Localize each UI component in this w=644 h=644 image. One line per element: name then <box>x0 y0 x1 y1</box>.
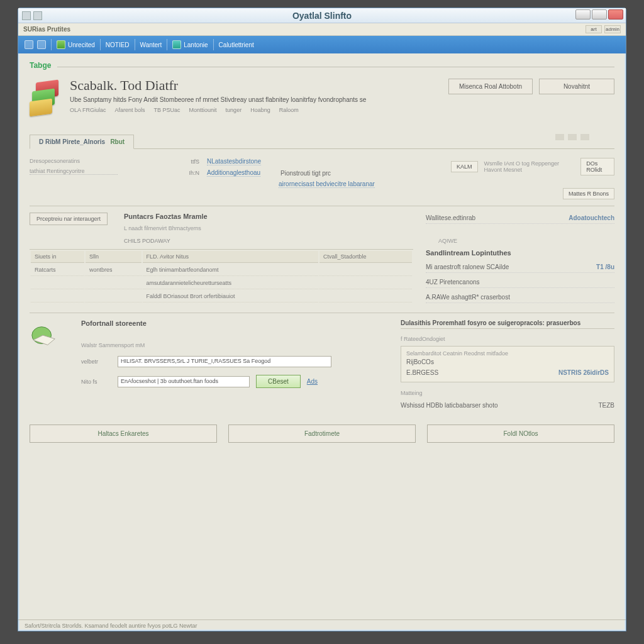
framed-box: Selambarditot Ceatnin Reodnst mitfadoe R… <box>401 346 614 382</box>
summary-title: Sandlintream Lopintuthes <box>426 249 614 257</box>
window-controls <box>575 9 623 19</box>
badge-2: DOs ROlidt <box>580 158 614 175</box>
lower-title: Pofortnall storeente <box>81 319 387 327</box>
note-1: Dresopecsoneratins <box>30 158 130 164</box>
right-panel-title: Dulasithis Proremhatl fosyro oe suigerop… <box>401 319 614 329</box>
field-2-value[interactable]: Additionaglesthoau <box>207 169 260 177</box>
input-b[interactable]: EnAfocseshot | 3b oututhoet.ftan foods <box>118 376 250 387</box>
app-tag-1[interactable]: art <box>586 25 602 33</box>
close-button[interactable] <box>608 9 623 19</box>
footer-btn-3[interactable]: Foldl NOtlos <box>427 425 614 443</box>
books-icon <box>30 81 62 114</box>
page-meta: OLA FRGiulacAfarent bolsTB PSUac Monttio… <box>70 107 366 113</box>
database-icon <box>172 40 181 49</box>
refresh-icon[interactable] <box>37 40 46 49</box>
page-title: Scabalk. Tod Diatfr <box>70 77 366 94</box>
maximize-button[interactable] <box>592 9 607 19</box>
footer-actions: Haltacs Enkaretes Fadtrotimete Foldl NOt… <box>30 425 614 443</box>
app-window: Oyatlal Slinfto SURias Prutites art admi… <box>18 8 626 631</box>
table-row[interactable]: RatcartswontbresEglh tinimambartfeondano… <box>31 264 412 276</box>
book-icon <box>57 40 65 49</box>
toolbar-item-1[interactable]: Unrecited <box>57 40 95 49</box>
field-1-value[interactable]: NLatastesbdirstone <box>207 158 261 165</box>
page-subtitle: Ube Sanptamy hitds Fony Andit Stombeoree… <box>70 96 366 103</box>
titlebar-left-icons <box>22 11 42 20</box>
envelope-icon <box>30 322 58 351</box>
field-2-link[interactable]: airornecisast bedviecitre labaranar <box>279 180 375 188</box>
input-a[interactable]: HILISAT. BRVSSERS,SrL J TURIE_I,RASSUES … <box>118 356 331 367</box>
section2-title: Puntacrs Faoztas Mramle <box>124 213 413 220</box>
toolbar: Unrecited NOTIED Wantert Lantonie Calutl… <box>18 36 626 53</box>
secondary-action-button[interactable]: Novahitnt <box>539 79 614 94</box>
ads-link[interactable]: Ads <box>307 378 318 385</box>
content-area: Tabge Scabalk. Tod Diatfr Ube Sanptamy h… <box>18 53 626 619</box>
app-menu-bar: SURias Prutites art admin <box>18 23 626 36</box>
toolbar-item-3[interactable]: Wantert <box>140 42 162 48</box>
section-action-button[interactable]: Prceptreiu nar interaugert <box>30 213 108 225</box>
primary-action-button[interactable]: Misenca Roal Attobotn <box>448 79 533 94</box>
brand-logo: Tabge <box>30 61 51 70</box>
badge-1: KALM <box>451 161 478 172</box>
toolbar-item-2[interactable]: NOTIED <box>106 42 130 48</box>
footer-btn-2[interactable]: Fadtrotimete <box>228 425 416 443</box>
small-action-button[interactable]: Mattes R Bnons <box>563 188 614 199</box>
window-title: Oyatlal Slinfto <box>292 11 352 21</box>
note-2: tathiat Rentingcyoritre <box>30 168 118 175</box>
table-row[interactable]: amsutdarannietelicheuretturseatts <box>31 277 412 289</box>
content-tabs: D RibM Pirete_Alnoris Rbut <box>30 134 614 149</box>
data-table: Siuets inSllnFLD. Avitor NitusCtvall_Sta… <box>30 249 413 304</box>
nav-back-icon[interactable] <box>25 40 33 49</box>
app-name: SURias Prutites <box>23 26 70 33</box>
decorative-squares <box>555 134 589 140</box>
titlebar: Oyatlal Slinfto <box>18 8 626 23</box>
minimize-button[interactable] <box>575 9 591 19</box>
right-link[interactable]: Wshissd HDBb laticbabarser shoto <box>401 402 498 409</box>
status-bar: Safort/Stritrcla Strorlds. Ksamand feode… <box>18 619 626 631</box>
footer-btn-1[interactable]: Haltacs Enkaretes <box>30 425 217 443</box>
submit-button[interactable]: CBeset <box>256 375 301 388</box>
tab-main[interactable]: D RibM Pirete_Alnoris Rbut <box>30 135 134 149</box>
app-tag-2[interactable]: admin <box>604 25 621 33</box>
table-row[interactable]: Falddl BOriasout Brort orfertibiauiot <box>31 291 412 303</box>
toolbar-item-4[interactable]: Lantonie <box>172 40 208 49</box>
toolbar-item-5[interactable]: Calutlettrient <box>219 42 254 48</box>
